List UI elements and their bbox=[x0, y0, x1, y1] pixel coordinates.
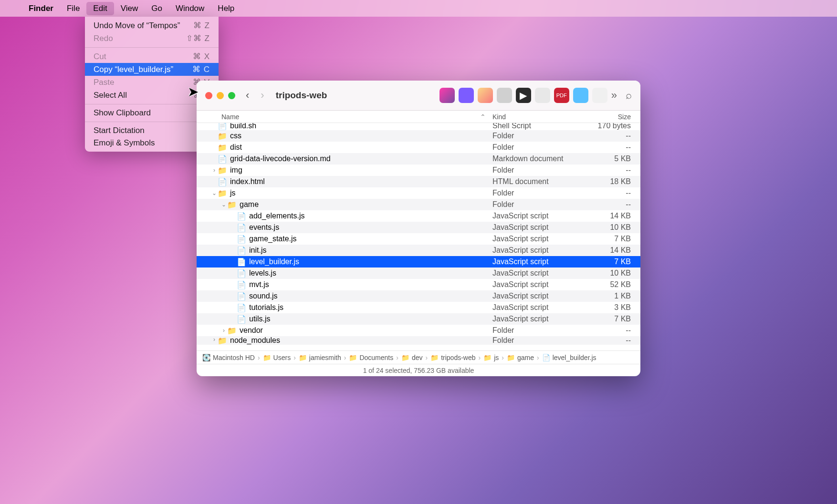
file-kind: Folder bbox=[492, 166, 588, 175]
menu-item[interactable]: Copy “level_builder.js”⌘ C bbox=[85, 63, 219, 76]
disclosure-arrow-icon[interactable]: › bbox=[211, 336, 218, 343]
file-name: init.js bbox=[249, 246, 492, 255]
file-row[interactable]: 📄add_elements.jsJavaScript script14 KB bbox=[197, 210, 640, 222]
back-button[interactable]: ‹ bbox=[246, 89, 249, 102]
window-toolbar: ‹ › tripods-web ▶ PDF » ⌕ bbox=[197, 81, 640, 111]
file-row[interactable]: 📄game_state.jsJavaScript script7 KB bbox=[197, 233, 640, 245]
app-icon-4[interactable] bbox=[497, 88, 512, 103]
file-row[interactable]: 📄build.shShell Script170 bytes bbox=[197, 123, 640, 130]
folder-icon[interactable] bbox=[573, 88, 588, 103]
file-menu[interactable]: File bbox=[60, 2, 86, 15]
file-row[interactable]: 📁distFolder-- bbox=[197, 142, 640, 153]
file-size: 7 KB bbox=[588, 315, 640, 323]
window-menu[interactable]: Window bbox=[169, 2, 211, 15]
app-icon-5[interactable]: ▶ bbox=[516, 88, 531, 103]
file-icon: 📄 bbox=[237, 246, 246, 255]
file-kind: JavaScript script bbox=[492, 303, 588, 312]
file-row[interactable]: ⌄📁jsFolder-- bbox=[197, 187, 640, 199]
path-label: Documents bbox=[359, 354, 393, 361]
disclosure-arrow-icon[interactable]: › bbox=[211, 167, 218, 174]
path-icon: 💽 bbox=[202, 354, 210, 361]
close-button[interactable] bbox=[205, 92, 212, 99]
path-segment[interactable]: 📄level_builder.js bbox=[542, 354, 596, 361]
path-icon: 📁 bbox=[349, 354, 357, 361]
toolbar-apps: ▶ PDF » ⌕ bbox=[439, 88, 632, 103]
forward-button[interactable]: › bbox=[261, 89, 264, 102]
file-row[interactable]: 📄grid-data-livecode-version.mdMarkdown d… bbox=[197, 153, 640, 165]
app-icon-7[interactable]: PDF bbox=[554, 88, 569, 103]
disclosure-arrow-icon[interactable]: ⌄ bbox=[220, 201, 227, 208]
file-size: -- bbox=[588, 336, 640, 345]
app-icon-6[interactable] bbox=[535, 88, 550, 103]
file-name: build.sh bbox=[230, 123, 492, 130]
column-size[interactable]: Size bbox=[588, 113, 640, 121]
file-name: game_state.js bbox=[249, 235, 492, 243]
file-row[interactable]: 📄mvt.jsJavaScript script52 KB bbox=[197, 279, 640, 290]
file-kind: Folder bbox=[492, 143, 588, 152]
path-icon: 📁 bbox=[401, 354, 409, 361]
file-row[interactable]: 📄sound.jsJavaScript script1 KB bbox=[197, 290, 640, 302]
disclosure-arrow-icon[interactable]: › bbox=[220, 327, 227, 334]
maximize-button[interactable] bbox=[228, 92, 235, 99]
file-name: vendor bbox=[240, 326, 492, 335]
file-kind: Folder bbox=[492, 200, 588, 209]
file-row[interactable]: 📄level_builder.jsJavaScript script7 KB bbox=[197, 256, 640, 267]
path-segment[interactable]: 💽Macintosh HD bbox=[202, 354, 255, 361]
file-kind: Folder bbox=[492, 326, 588, 335]
file-size: -- bbox=[588, 200, 640, 209]
search-icon[interactable]: ⌕ bbox=[626, 89, 632, 102]
app-icon-2[interactable] bbox=[459, 88, 474, 103]
file-list[interactable]: 📄build.shShell Script170 bytes📁cssFolder… bbox=[197, 123, 640, 350]
chevron-right-icon: › bbox=[479, 354, 481, 361]
file-name: level_builder.js bbox=[249, 257, 492, 266]
file-kind: JavaScript script bbox=[492, 235, 588, 243]
menu-item[interactable]: Undo Move of “Tempos”⌘ Z bbox=[85, 19, 219, 32]
file-row[interactable]: 📄utils.jsJavaScript script7 KB bbox=[197, 313, 640, 325]
edit-menu[interactable]: Edit bbox=[86, 2, 114, 15]
file-size: 10 KB bbox=[588, 269, 640, 278]
app-icon-8[interactable] bbox=[592, 88, 607, 103]
file-row[interactable]: 📁cssFolder-- bbox=[197, 130, 640, 142]
file-name: css bbox=[230, 132, 492, 140]
go-menu[interactable]: Go bbox=[145, 2, 169, 15]
path-label: game bbox=[517, 354, 534, 361]
more-tools-icon[interactable]: » bbox=[611, 89, 617, 102]
file-row[interactable]: 📄levels.jsJavaScript script10 KB bbox=[197, 267, 640, 279]
path-segment[interactable]: 📁dev bbox=[401, 354, 423, 361]
column-name[interactable]: Name⌃ bbox=[221, 113, 492, 121]
file-row[interactable]: ›📁imgFolder-- bbox=[197, 165, 640, 176]
minimize-button[interactable] bbox=[217, 92, 224, 99]
file-size: -- bbox=[588, 326, 640, 335]
disclosure-arrow-icon[interactable]: ⌄ bbox=[211, 190, 218, 196]
file-row[interactable]: 📄index.htmlHTML document18 KB bbox=[197, 176, 640, 187]
status-bar: 1 of 24 selected, 756.23 GB available bbox=[197, 364, 640, 376]
path-segment[interactable]: 📁jamiesmith bbox=[299, 354, 341, 361]
file-row[interactable]: 📄init.jsJavaScript script14 KB bbox=[197, 245, 640, 256]
file-kind: JavaScript script bbox=[492, 269, 588, 278]
file-icon: 📄 bbox=[237, 212, 246, 221]
file-row[interactable]: ›📁vendorFolder-- bbox=[197, 325, 640, 336]
file-size: -- bbox=[588, 132, 640, 140]
app-icon-3[interactable] bbox=[478, 88, 493, 103]
app-icon-1[interactable] bbox=[439, 88, 455, 103]
path-segment[interactable]: 📁Documents bbox=[349, 354, 393, 361]
path-segment[interactable]: 📁Users bbox=[263, 354, 291, 361]
file-row[interactable]: 📄events.jsJavaScript script10 KB bbox=[197, 222, 640, 233]
file-row[interactable]: ›📁node_modulesFolder-- bbox=[197, 336, 640, 345]
path-label: js bbox=[494, 354, 499, 361]
file-row[interactable]: 📄tutorials.jsJavaScript script3 KB bbox=[197, 302, 640, 313]
file-kind: Folder bbox=[492, 336, 588, 345]
path-segment[interactable]: 📁tripods-web bbox=[430, 354, 475, 361]
column-kind[interactable]: Kind bbox=[492, 113, 588, 121]
path-segment[interactable]: 📁js bbox=[483, 354, 499, 361]
file-icon: 📄 bbox=[237, 223, 246, 232]
file-row[interactable]: ⌄📁gameFolder-- bbox=[197, 199, 640, 210]
folder-icon: 📁 bbox=[218, 132, 227, 141]
menu-item: Redo⇧⌘ Z bbox=[85, 32, 219, 45]
file-name: tutorials.js bbox=[249, 303, 492, 312]
help-menu[interactable]: Help bbox=[211, 2, 241, 15]
path-segment[interactable]: 📁game bbox=[507, 354, 534, 361]
app-menu[interactable]: Finder bbox=[22, 2, 60, 15]
path-bar: 💽Macintosh HD›📁Users›📁jamiesmith›📁Docume… bbox=[197, 350, 640, 364]
view-menu[interactable]: View bbox=[114, 2, 145, 15]
